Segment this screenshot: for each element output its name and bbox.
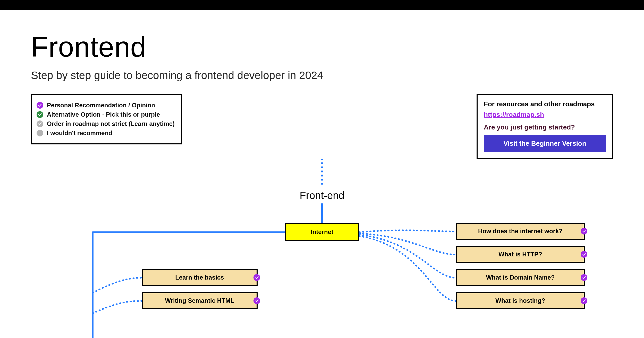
resources-question: Are you just getting started? <box>484 123 606 131</box>
node-label: What is HTTP? <box>498 251 542 258</box>
node-semantic-html[interactable]: Writing Semantic HTML <box>142 292 258 309</box>
node-label: Writing Semantic HTML <box>165 297 234 304</box>
node-how-internet-works[interactable]: How does the internet work? <box>456 223 585 240</box>
resources-box: For resources and other roadmaps https:/… <box>477 94 613 159</box>
node-what-is-http[interactable]: What is HTTP? <box>456 246 585 263</box>
node-hosting[interactable]: What is hosting? <box>456 292 585 309</box>
top-bar <box>0 0 644 10</box>
legend-item: I wouldn't recommend <box>37 129 175 137</box>
page-title: Frontend <box>31 30 613 63</box>
node-domain-name[interactable]: What is Domain Name? <box>456 269 585 286</box>
check-icon <box>581 297 587 304</box>
check-icon <box>37 102 43 109</box>
resources-link[interactable]: https://roadmap.sh <box>484 111 606 119</box>
node-label: Internet <box>311 228 333 236</box>
node-label: How does the internet work? <box>478 228 563 235</box>
check-icon <box>581 274 587 281</box>
check-icon <box>581 228 587 235</box>
roadmap-start-label: Front-end <box>300 190 344 201</box>
node-label: Learn the basics <box>175 274 224 281</box>
resources-intro: For resources and other roadmaps <box>484 100 606 108</box>
check-icon <box>37 120 43 127</box>
legend-label: Order in roadmap not strict (Learn anyti… <box>47 120 175 127</box>
legend-label: I wouldn't recommend <box>47 129 112 137</box>
legend-box: Personal Recommendation / Opinion Altern… <box>31 94 182 144</box>
check-icon <box>581 251 587 258</box>
legend-label: Alternative Option - Pick this or purple <box>47 111 160 118</box>
page-content: Frontend Step by step guide to becoming … <box>0 10 644 338</box>
check-icon <box>253 297 260 304</box>
legend-label: Personal Recommendation / Opinion <box>47 102 155 109</box>
node-label: What is hosting? <box>495 297 545 304</box>
page-subtitle: Step by step guide to becoming a fronten… <box>31 69 613 82</box>
node-label: What is Domain Name? <box>486 274 555 281</box>
node-learn-basics[interactable]: Learn the basics <box>142 269 258 286</box>
legend-item: Alternative Option - Pick this or purple <box>37 111 175 118</box>
roadmap-canvas: Front-end Internet How does the internet… <box>31 159 613 338</box>
legend-item: Personal Recommendation / Opinion <box>37 102 175 109</box>
legend-item: Order in roadmap not strict (Learn anyti… <box>37 120 175 127</box>
node-internet[interactable]: Internet <box>285 223 359 241</box>
check-icon <box>37 111 43 118</box>
beginner-version-button[interactable]: Visit the Beginner Version <box>484 135 606 152</box>
dot-icon <box>37 130 43 136</box>
check-icon <box>253 274 260 281</box>
